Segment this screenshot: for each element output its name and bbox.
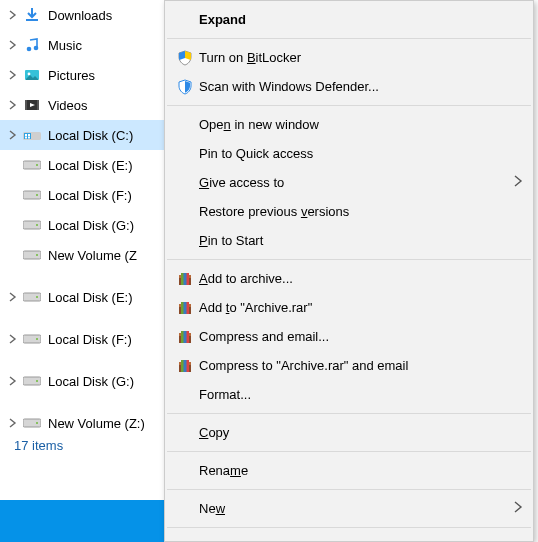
download-icon [22,5,42,25]
disk-icon [22,371,42,391]
tree-item-label: Local Disk (F:) [48,332,132,347]
chevron-right-icon[interactable] [4,70,22,80]
tree-item-label: Pictures [48,68,95,83]
svg-rect-23 [23,251,41,259]
tree-item[interactable]: Local Disk (E:) [0,282,164,312]
winrar-icon [171,271,199,287]
music-icon [22,35,42,55]
svg-rect-42 [184,273,187,285]
menu-item[interactable]: Format... [165,380,533,409]
chevron-right-icon[interactable] [4,130,22,140]
tree-item[interactable]: Local Disk (G:) [0,210,164,240]
menu-item-label: Rename [199,463,505,478]
tree-item[interactable]: Downloads [0,0,164,30]
menu-item[interactable]: Properties [165,532,533,542]
svg-rect-6 [25,100,27,110]
tree-item-label: Local Disk (E:) [48,158,133,173]
tree-item-label: Downloads [48,8,112,23]
menu-item[interactable]: Compress and email... [165,322,533,351]
svg-rect-14 [23,161,41,169]
tree-item[interactable]: Local Disk (F:) [0,180,164,210]
menu-item[interactable]: Rename [165,456,533,485]
svg-rect-52 [184,331,187,343]
menu-item[interactable]: Add to "Archive.rar" [165,293,533,322]
tree-item[interactable]: Pictures [0,60,164,90]
videos-icon [22,95,42,115]
svg-point-2 [34,46,39,51]
menu-item[interactable]: Copy [165,418,533,447]
tree-item[interactable]: Local Disk (F:) [0,324,164,354]
chevron-right-icon[interactable] [4,376,22,386]
menu-item-label: Compress and email... [199,329,505,344]
tree-item[interactable]: New Volume (Z:) [0,408,164,438]
menu-separator [167,105,531,106]
tree-item[interactable]: Local Disk (C:) [0,120,164,150]
winrar-icon [171,329,199,345]
menu-item-label: New [199,501,505,516]
menu-separator [167,413,531,414]
svg-point-4 [28,73,31,76]
menu-item[interactable]: Expand [165,5,533,34]
disk-icon [22,329,42,349]
menu-item[interactable]: Pin to Start [165,226,533,255]
menu-separator [167,259,531,260]
shield-yellow-icon [171,50,199,66]
tree-item-label: Local Disk (C:) [48,128,133,143]
context-menu: ExpandTurn on BitLockerScan with Windows… [164,0,534,542]
svg-rect-7 [37,100,39,110]
submenu-arrow-icon [505,501,523,516]
menu-item[interactable]: Pin to Quick access [165,139,533,168]
svg-rect-35 [23,419,41,427]
menu-item-label: Open in new window [199,117,505,132]
menu-item[interactable]: Add to archive... [165,264,533,293]
tree-item[interactable]: Videos [0,90,164,120]
menu-item-label: Expand [199,12,505,27]
menu-item[interactable]: Open in new window [165,110,533,139]
submenu-arrow-icon [505,175,523,190]
menu-item[interactable]: Turn on BitLocker [165,43,533,72]
svg-rect-17 [23,191,41,199]
menu-item[interactable]: New [165,494,533,523]
chevron-right-icon[interactable] [4,100,22,110]
menu-item-label: Give access to [199,175,505,190]
tree-item-label: New Volume (Z:) [48,416,145,431]
menu-item[interactable]: Compress to "Archive.rar" and email [165,351,533,380]
menu-item-label: Format... [199,387,505,402]
menu-separator [167,451,531,452]
svg-rect-32 [23,377,41,385]
menu-item[interactable]: Restore previous versions [165,197,533,226]
chevron-right-icon[interactable] [4,40,22,50]
tree-item[interactable]: Local Disk (G:) [0,366,164,396]
tree-item-label: Local Disk (F:) [48,188,132,203]
menu-item-label: Pin to Start [199,233,505,248]
tree-item-label: Music [48,38,82,53]
folder-tree: DownloadsMusicPicturesVideosLocal Disk (… [0,0,164,542]
menu-item[interactable]: Give access to [165,168,533,197]
disk-icon [22,155,42,175]
chevron-right-icon[interactable] [4,334,22,344]
svg-point-16 [36,164,38,166]
disk-icon [22,413,42,433]
chevron-right-icon[interactable] [4,418,22,428]
svg-rect-12 [25,137,27,139]
menu-item-label: Scan with Windows Defender... [199,79,505,94]
taskbar-strip [0,500,164,542]
menu-separator [167,38,531,39]
menu-item-label: Add to archive... [199,271,505,286]
menu-item-label: Turn on BitLocker [199,50,505,65]
pictures-icon [22,65,42,85]
tree-item-label: Local Disk (G:) [48,218,134,233]
tree-item[interactable]: Music [0,30,164,60]
tree-item[interactable]: Local Disk (E:) [0,150,164,180]
svg-rect-26 [23,293,41,301]
svg-point-19 [36,194,38,196]
svg-rect-0 [26,19,38,21]
svg-point-1 [27,47,32,52]
menu-item-label: Restore previous versions [199,204,505,219]
chevron-right-icon[interactable] [4,292,22,302]
chevron-right-icon[interactable] [4,10,22,20]
svg-point-37 [36,422,38,424]
winrar-icon [171,300,199,316]
menu-item[interactable]: Scan with Windows Defender... [165,72,533,101]
tree-item[interactable]: New Volume (Z [0,240,164,270]
